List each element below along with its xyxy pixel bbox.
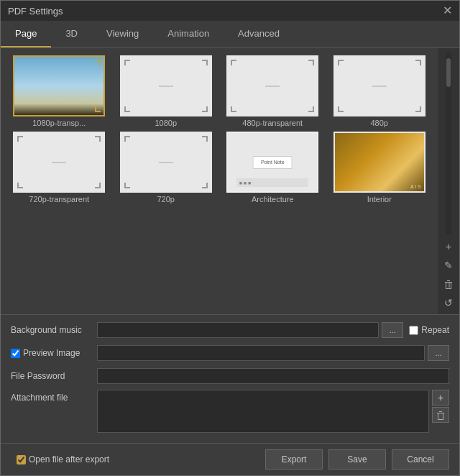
bg-music-row: Background music ... Repeat xyxy=(11,321,449,339)
list-item[interactable]: 720p-transparent xyxy=(8,132,111,203)
tab-animation[interactable]: Animation xyxy=(153,21,224,47)
list-item[interactable]: 1080p-transp... xyxy=(8,55,111,127)
svg-rect-8 xyxy=(439,411,442,412)
footer: Open file after export Export Save Cance… xyxy=(1,443,459,475)
tab-page[interactable]: Page xyxy=(1,21,51,47)
thumbnail-image[interactable]: A I S xyxy=(334,132,426,193)
preview-image-label: Preview Image xyxy=(11,348,97,358)
tab-viewing[interactable]: Viewing xyxy=(92,21,153,47)
tab-3d[interactable]: 3D xyxy=(51,21,92,47)
svg-rect-9 xyxy=(438,413,438,419)
thumbnail-label: 720p-transparent xyxy=(29,195,89,203)
tab-advanced[interactable]: Advanced xyxy=(224,21,294,47)
edit-button[interactable]: ✎ xyxy=(440,257,457,274)
bottom-form: Background music ... Repeat Preview Imag… xyxy=(1,314,459,443)
footer-left: Open file after export xyxy=(11,454,109,464)
attachment-textarea[interactable] xyxy=(97,390,429,433)
list-item[interactable]: 720p xyxy=(115,132,218,203)
title-bar: PDF Settings ✕ xyxy=(1,1,459,21)
list-item[interactable]: 480p-transparent xyxy=(221,55,324,127)
thumbnail-image[interactable] xyxy=(226,55,318,116)
preview-image-row: Preview Image ... xyxy=(11,344,449,362)
preview-image-input[interactable] xyxy=(97,345,425,361)
save-button[interactable]: Save xyxy=(328,449,386,470)
svg-rect-3 xyxy=(451,283,451,288)
content-area: 1080p-transp... 1080p xyxy=(1,48,459,314)
svg-rect-2 xyxy=(446,283,446,288)
file-password-label: File Password xyxy=(11,371,97,381)
preview-image-browse-button[interactable]: ... xyxy=(428,345,449,361)
list-item[interactable]: Point Note ■ ■ ■ Architecture xyxy=(221,132,324,203)
attachment-file-row: Attachment file + xyxy=(11,390,449,433)
svg-rect-10 xyxy=(443,413,443,419)
thumbnail-image[interactable]: Point Note ■ ■ ■ xyxy=(226,132,318,193)
list-item[interactable]: A I S Interior xyxy=(328,132,431,203)
add-attachment-button[interactable]: + xyxy=(432,390,449,406)
file-password-input[interactable] xyxy=(97,368,449,384)
thumbnail-grid-panel: 1080p-transp... 1080p xyxy=(1,48,438,314)
svg-rect-0 xyxy=(445,282,452,283)
repeat-checkbox-label: Repeat xyxy=(409,325,449,335)
thumbnail-grid: 1080p-transp... 1080p xyxy=(8,55,431,208)
thumbnail-label: 480p-transparent xyxy=(242,119,303,127)
file-password-row: File Password xyxy=(11,367,449,385)
list-item[interactable]: 1080p xyxy=(115,55,218,127)
thumbnail-label: 720p xyxy=(157,195,175,203)
attachment-side-buttons: + xyxy=(432,390,449,423)
repeat-checkbox[interactable] xyxy=(409,326,418,335)
svg-rect-11 xyxy=(438,419,443,420)
dialog-title: PDF Settings xyxy=(8,6,63,17)
cancel-button[interactable]: Cancel xyxy=(392,449,449,470)
open-after-export-checkbox[interactable] xyxy=(17,455,26,464)
footer-buttons: Export Save Cancel xyxy=(265,449,449,470)
thumbnail-label: Architecture xyxy=(252,195,294,203)
bg-music-label: Background music xyxy=(11,325,97,335)
thumbnail-image[interactable] xyxy=(120,132,212,193)
preview-image-checkbox[interactable] xyxy=(11,349,20,358)
pdf-settings-dialog: PDF Settings ✕ Page 3D Viewing Animation… xyxy=(0,0,460,476)
thumbnail-label: 1080p xyxy=(155,119,177,127)
thumbnail-image[interactable] xyxy=(13,55,105,116)
thumbnail-label: Interior xyxy=(367,195,392,203)
bg-music-browse-button[interactable]: ... xyxy=(382,322,403,338)
tab-bar: Page 3D Viewing Animation Advanced xyxy=(1,21,459,48)
svg-rect-5 xyxy=(448,283,448,288)
export-button[interactable]: Export xyxy=(265,449,323,470)
bg-music-input[interactable] xyxy=(97,322,379,338)
list-item[interactable]: 480p xyxy=(328,55,431,127)
thumbnail-image[interactable] xyxy=(334,55,426,116)
sidebar-tools: + ✎ ↺ xyxy=(438,48,459,314)
svg-rect-4 xyxy=(446,288,451,289)
delete-button[interactable] xyxy=(440,275,457,293)
close-button[interactable]: ✕ xyxy=(443,5,452,17)
thumbnail-label: 480p xyxy=(371,119,388,127)
open-after-export-label: Open file after export xyxy=(17,454,109,464)
add-button[interactable]: + xyxy=(440,238,457,255)
thumbnail-image[interactable] xyxy=(13,132,105,193)
svg-rect-6 xyxy=(449,283,450,288)
svg-rect-1 xyxy=(447,280,450,281)
attachment-file-label: Attachment file xyxy=(11,390,97,403)
delete-attachment-button[interactable] xyxy=(432,407,449,423)
thumbnail-image[interactable] xyxy=(120,55,212,116)
thumbnail-label: 1080p-transp... xyxy=(32,119,86,127)
svg-rect-7 xyxy=(437,413,444,413)
refresh-button[interactable]: ↺ xyxy=(440,294,457,311)
